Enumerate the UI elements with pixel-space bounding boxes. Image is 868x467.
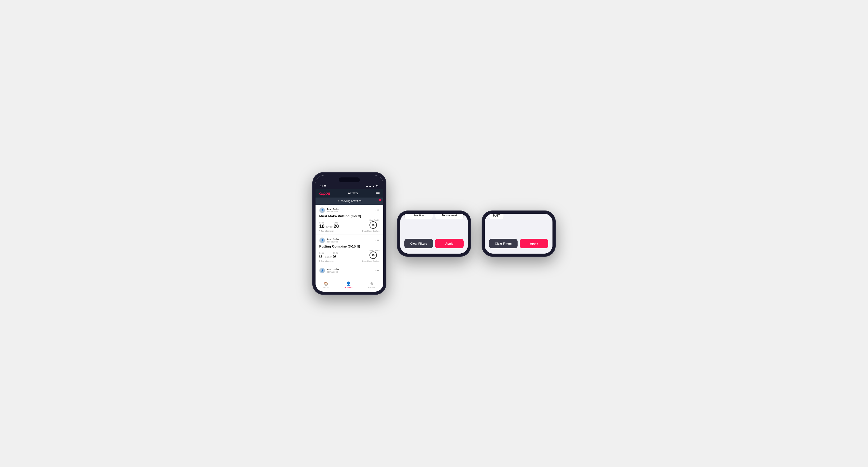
shot-quality-section-2: Shot Quality 45	[369, 249, 379, 259]
user-date-3: 28 Feb 2023	[327, 271, 339, 273]
apply-btn-2[interactable]: Apply	[435, 239, 464, 248]
rounds-filter-buttons-2: Practice Tournament	[404, 214, 464, 219]
shots-section-2: Shots 9	[333, 252, 338, 259]
shots-value-1: 20	[334, 224, 339, 229]
card-header-3: 👤 Josh Coles 28 Feb 2023 •••	[319, 268, 379, 274]
stats-row-1: Score 10 OUT OF Shots 20 Shot Quality 75	[319, 219, 379, 229]
modal-footer-2: Clear Filters Apply	[404, 239, 464, 248]
filter-modal-2: Filter ✕ Show Rounds Practice Drills Rou…	[400, 214, 468, 254]
score-label-2: Score	[319, 252, 324, 254]
activity-card-2[interactable]: 👤 Josh Coles 28 Feb 2023 ••• Putting Com…	[315, 235, 383, 265]
time-display: 11:33	[320, 185, 327, 187]
notch-pill	[339, 178, 360, 182]
phone-1: 11:33 ●●●● ▲ 91 clippd Activity ⚙ Viewin…	[312, 172, 386, 295]
phone-3-screen: 11:33 ●●●● ▲ 91 clippd Activity ⚙ Viewin…	[485, 214, 553, 254]
battery-icon: 91	[376, 185, 378, 187]
more-options-2[interactable]: •••	[375, 239, 379, 242]
home-label: Home	[323, 286, 329, 288]
activities-icon: 👤	[346, 281, 351, 286]
out-of-2: OUT OF	[325, 256, 332, 258]
activity-title-1: Must Make Putting (3-6 ft)	[319, 214, 379, 218]
modal-footer-3: Clear Filters Apply	[489, 239, 548, 248]
nav-home[interactable]: 🏠 Home	[323, 281, 329, 288]
header-title-1: Activity	[348, 191, 358, 195]
nav-activities[interactable]: 👤 Activities	[345, 281, 352, 288]
card-footer-2: ℹ Test Information Data: Clippd Capture	[319, 260, 379, 262]
capture-label: Capture	[368, 286, 375, 288]
phone-1-notch	[315, 175, 383, 183]
filter-modal-overlay-2: Filter ✕ Show Rounds Practice Drills Rou…	[400, 214, 468, 254]
viewing-banner-text-1: Viewing Activities	[341, 200, 362, 203]
data-source-2: Data: Clippd Capture	[362, 260, 379, 262]
avatar-3: 👤	[319, 268, 325, 274]
phone-2: 11:33 ●●●● ▲ 91 clippd Activity ⚙ Viewin…	[397, 211, 471, 257]
score-value-1: 10	[319, 224, 324, 229]
stats-row-2: Score 0 OUT OF Shots 9 Shot Quality 45	[319, 249, 379, 259]
user-info-2: 👤 Josh Coles 28 Feb 2023	[319, 238, 339, 243]
score-label-1: Score	[319, 222, 324, 224]
phone-2-screen: 11:33 ●●●● ▲ 91 clippd Activity ⚙ Viewin…	[400, 214, 468, 254]
user-details-1: Josh Coles 28 Feb 2023	[327, 208, 339, 213]
menu-icon-1[interactable]	[376, 192, 379, 195]
sq-badge-1: 75	[369, 221, 377, 229]
info-icon-2: ℹ	[319, 260, 320, 262]
data-source-1: Data: Clippd Capture	[362, 230, 379, 232]
shot-quality-section-1: Shot Quality 75	[369, 219, 379, 229]
activity-card-1[interactable]: 👤 Josh Coles 28 Feb 2023 ••• Must Make P…	[315, 205, 383, 235]
user-details-2: Josh Coles 28 Feb 2023	[327, 238, 339, 243]
avatar-1: 👤	[319, 207, 325, 213]
shots-label-1: Shots	[334, 222, 339, 224]
out-of-1: OUT OF	[326, 226, 333, 228]
status-bar-1: 11:33 ●●●● ▲ 91	[315, 183, 383, 189]
app-header-1: clippd Activity	[315, 189, 383, 197]
drill-buttons-3: OTT APP ARG PUTT	[489, 214, 548, 219]
shots-value-2: 9	[333, 254, 338, 259]
user-name-1: Josh Coles	[327, 208, 339, 211]
clear-filters-btn-3[interactable]: Clear Filters	[489, 239, 518, 248]
notification-dot-1	[379, 199, 381, 201]
more-options-3[interactable]: •••	[375, 269, 379, 272]
sq-label-2: Shot Quality	[369, 249, 379, 251]
score-section-2: Score 0	[319, 252, 324, 259]
card-footer-1: ℹ Test Information Data: Clippd Capture	[319, 230, 379, 232]
clear-filters-btn-2[interactable]: Clear Filters	[404, 239, 433, 248]
user-date-2: 28 Feb 2023	[327, 241, 339, 243]
user-date-1: 28 Feb 2023	[327, 211, 339, 213]
more-options-1[interactable]: •••	[375, 208, 379, 212]
putt-btn-3[interactable]: PUTT	[489, 214, 504, 219]
user-info-3: 👤 Josh Coles 28 Feb 2023	[319, 268, 339, 274]
logo-1: clippd	[319, 191, 330, 195]
user-name-3: Josh Coles	[327, 268, 339, 271]
activities-label: Activities	[345, 286, 352, 288]
filter-icon-1: ⚙	[338, 200, 340, 203]
card-header-2: 👤 Josh Coles 28 Feb 2023 •••	[319, 238, 379, 243]
activity-title-2: Putting Combine (3-15 ft)	[319, 244, 379, 248]
filter-modal-overlay-3: Filter ✕ Show Rounds Practice Drills Pra…	[485, 214, 553, 254]
info-icon-1: ℹ	[319, 230, 320, 232]
test-info-2: ℹ Test Information	[319, 260, 334, 262]
nav-capture[interactable]: ⊕ Capture	[368, 281, 375, 288]
apply-btn-3[interactable]: Apply	[520, 239, 548, 248]
score-value-2: 0	[319, 254, 324, 259]
status-icons: ●●●● ▲ 91	[366, 185, 378, 187]
user-details-3: Josh Coles 28 Feb 2023	[327, 268, 339, 273]
practice-btn-2[interactable]: Practice	[404, 214, 433, 219]
viewing-banner-1[interactable]: ⚙ Viewing Activities	[315, 197, 383, 205]
card-header-1: 👤 Josh Coles 28 Feb 2023 •••	[319, 207, 379, 213]
home-icon: 🏠	[324, 281, 328, 286]
activity-card-3[interactable]: 👤 Josh Coles 28 Feb 2023 •••	[315, 265, 383, 279]
user-name-2: Josh Coles	[327, 238, 339, 241]
shots-section-1: Shots 20	[334, 222, 339, 229]
test-info-1: ℹ Test Information	[319, 230, 334, 232]
sq-label-1: Shot Quality	[369, 219, 379, 221]
avatar-2: 👤	[319, 238, 325, 243]
bottom-nav-1: 🏠 Home 👤 Activities ⊕ Capture	[315, 279, 383, 292]
user-info-1: 👤 Josh Coles 28 Feb 2023	[319, 207, 339, 213]
shots-label-2: Shots	[333, 252, 338, 254]
capture-icon: ⊕	[370, 281, 373, 286]
phone-3: 11:33 ●●●● ▲ 91 clippd Activity ⚙ Viewin…	[482, 211, 556, 257]
tournament-btn-2[interactable]: Tournament	[435, 214, 464, 219]
phone-1-screen: 11:33 ●●●● ▲ 91 clippd Activity ⚙ Viewin…	[315, 175, 383, 292]
filter-modal-3: Filter ✕ Show Rounds Practice Drills Pra…	[485, 214, 553, 254]
score-section-1: Score 10	[319, 222, 324, 229]
